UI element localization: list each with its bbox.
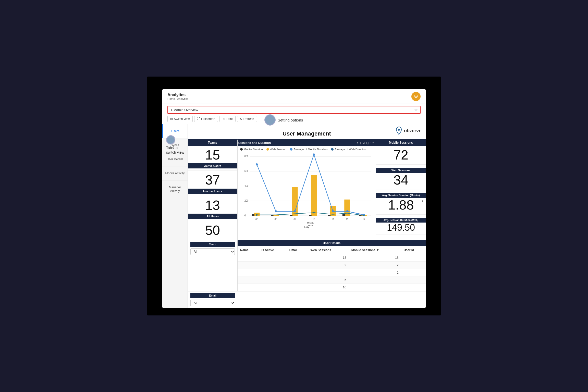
all-users-block: 13 All Users	[188, 196, 237, 221]
switch-view-label: Switch view	[174, 117, 190, 121]
cell-name	[238, 284, 259, 291]
svg-text:06: 06	[255, 218, 258, 221]
refresh-button[interactable]: ↻ Refresh	[237, 116, 257, 122]
chart-title: Sessions and Duration	[238, 141, 271, 145]
sidebar-item-manager-activity[interactable]: Manager Activity	[162, 180, 188, 198]
fullscreen-button[interactable]: ⛶ Fullscreen	[194, 116, 218, 122]
legend-label-web: Web Session	[270, 148, 287, 151]
cell-user-id	[401, 254, 426, 261]
svg-text:12: 12	[346, 218, 349, 221]
switch-view-button[interactable]: ⊞ Switch view	[167, 116, 193, 122]
table-row: 2 2	[238, 261, 426, 269]
cell-is-active	[259, 284, 287, 291]
inactive-users-block: 37 Inactive Users	[188, 171, 237, 196]
cell-name	[238, 254, 259, 261]
total-users-block: 50	[188, 221, 237, 240]
cell-web-sessions: 10	[308, 284, 349, 291]
teams-header: Teams	[188, 140, 237, 146]
chart-icon-more[interactable]: ⋯	[370, 141, 374, 145]
cell-email	[287, 269, 308, 276]
avatar[interactable]: AA	[411, 92, 421, 101]
inactive-users-count: 37	[188, 173, 237, 187]
chart-icon-down[interactable]: ↓	[360, 141, 361, 145]
all-users-label: All Users	[188, 214, 237, 219]
col-user-id: User Id	[401, 246, 426, 254]
teams-panel: Teams 15 Active Users 37 Inactive Users …	[188, 140, 238, 240]
svg-text:08: 08	[275, 218, 277, 221]
svg-text:800: 800	[244, 155, 249, 158]
cell-email	[287, 284, 308, 291]
email-filter-select[interactable]: All	[190, 300, 235, 306]
svg-rect-32	[342, 214, 345, 216]
svg-rect-23	[311, 175, 317, 216]
stats-chart-row: Teams 15 Active Users 37 Inactive Users …	[188, 139, 426, 240]
fullscreen-label: Fullscreen	[201, 117, 215, 121]
sidebar-item-users[interactable]: Users	[162, 124, 188, 138]
avg-web-value: 149.50	[376, 223, 426, 233]
breadcrumb-home[interactable]: Home	[167, 97, 175, 100]
breadcrumb: Home / Analytics	[167, 97, 188, 100]
avg-web-block: Avg. Session Duration (Web) 149.50	[376, 215, 426, 235]
table-header-row: Name Is Active Email Web Sessions Mobile…	[238, 246, 426, 254]
table-row: 18 18	[238, 254, 426, 261]
svg-rect-28	[271, 215, 273, 216]
svg-point-39	[346, 210, 348, 213]
user-details-header: User Details	[238, 240, 426, 246]
cell-user-id	[401, 269, 426, 276]
print-label: Print	[226, 117, 233, 121]
filter-row: Team All User Details Name Is Acti	[188, 240, 426, 291]
web-sessions-count: 34	[376, 173, 426, 187]
svg-point-36	[294, 210, 296, 213]
legend-dot-avg-web	[331, 148, 334, 151]
svg-point-34	[256, 163, 258, 166]
cell-mobile-sessions: 2	[349, 261, 401, 269]
col-is-active[interactable]: Is Active	[259, 246, 287, 254]
print-button[interactable]: 🖨 Print	[219, 116, 236, 122]
obzervr-logo: obzervr	[395, 126, 421, 135]
view-dropdown[interactable]: 1. Admin Overview	[167, 106, 421, 114]
refresh-label: Refresh	[243, 117, 254, 121]
avg-mobile-value: 1.88	[376, 198, 426, 212]
cell-web-sessions: 5	[308, 276, 349, 284]
cell-mobile-sessions	[349, 284, 401, 291]
sidebar-item-syncs[interactable]: Syncs	[162, 138, 188, 152]
mobile-sessions-count: 72	[376, 148, 426, 162]
table-row: 10	[238, 284, 426, 291]
user-details-table: Name Is Active Email Web Sessions Mobile…	[238, 246, 426, 291]
chart-icon-expand[interactable]: ⊡	[366, 141, 369, 145]
legend-web-session: Web Session	[266, 148, 287, 151]
sidebar-item-user-details[interactable]: User Details	[162, 152, 188, 166]
chart-icon-filter[interactable]: ▽	[362, 141, 365, 145]
team-filter-select[interactable]: All	[190, 248, 235, 255]
cell-name	[238, 269, 259, 276]
dashboard-title: User Management	[283, 127, 331, 139]
chart-svg: 800 600 400 200 0	[240, 152, 373, 226]
cell-email	[287, 254, 308, 261]
mobile-panel: Mobile Sessions 72 Web Sessions 34 Avg. …	[376, 140, 426, 240]
svg-point-38	[332, 210, 334, 213]
svg-text:17: 17	[363, 218, 365, 221]
svg-rect-31	[328, 215, 330, 216]
legend-label-avg-mobile: Average of Mobile Duration	[293, 148, 327, 151]
svg-text:10: 10	[313, 218, 315, 221]
active-users-count: 15	[188, 148, 237, 162]
svg-rect-30	[309, 215, 311, 216]
print-icon: 🖨	[222, 117, 225, 121]
sidebar-item-mobile-activity[interactable]: Mobile Activity	[162, 166, 188, 180]
toolbar-buttons: ⊞ Switch view ⛶ Fullscreen 🖨 Print ↻ Ref…	[167, 116, 421, 122]
svg-text:March: March	[307, 222, 314, 225]
svg-point-42	[313, 212, 315, 213]
svg-point-37	[313, 153, 315, 156]
content-area: Users Syncs User Details Mobile Activity…	[162, 124, 426, 308]
toolbar: 1. Admin Overview ⊞ Switch view ⛶ Fullsc…	[162, 104, 426, 124]
chart-icon-up[interactable]: ↑	[357, 141, 359, 145]
switch-view-icon: ⊞	[170, 117, 173, 121]
cell-web-sessions: 18	[308, 254, 349, 261]
col-mobile-sessions[interactable]: Mobile Sessions ▼	[349, 246, 401, 254]
team-filter-label: Team	[190, 242, 235, 247]
cell-email	[287, 261, 308, 269]
email-filter-block: Email All	[188, 291, 238, 308]
table-row: 5	[238, 276, 426, 284]
inactive-users-label: Inactive Users	[188, 189, 237, 194]
web-sessions-block: Web Sessions 34	[376, 165, 426, 190]
